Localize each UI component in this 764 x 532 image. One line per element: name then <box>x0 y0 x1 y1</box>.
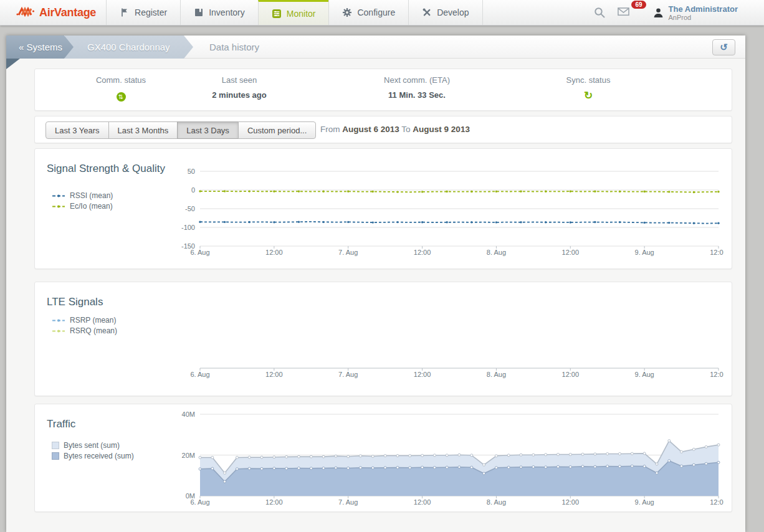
legend-item-rssi-mean[interactable]: RSSI (mean) <box>52 190 113 201</box>
svg-text:6. Aug: 6. Aug <box>190 498 209 506</box>
user-name: The Administrator <box>669 4 738 14</box>
tab-configure[interactable]: Configure <box>328 0 408 25</box>
svg-text:20M: 20M <box>182 452 195 459</box>
legend-item-rsrp-mean[interactable]: RSRP (mean) <box>52 315 117 325</box>
tab-label: Monitor <box>287 9 316 19</box>
inventory-icon <box>194 7 204 17</box>
user-icon <box>653 7 664 18</box>
traffic-chart: 40M20M0M6. Aug12:007. Aug12:008. Aug12:0… <box>169 409 723 509</box>
svg-text:12:00: 12:00 <box>265 371 283 378</box>
gear-icon <box>342 7 352 17</box>
period-button-last-3-days[interactable]: Last 3 Days <box>177 121 239 139</box>
svg-text:0: 0 <box>191 186 195 194</box>
svg-text:12:00: 12:00 <box>265 249 283 256</box>
comm-status-ok-icon: ⇅ <box>117 92 126 102</box>
legend-line-marker <box>52 190 65 201</box>
legend-item-ec-io-mean[interactable]: Ec/Io (mean) <box>52 201 113 211</box>
ribbon-fold <box>6 59 20 69</box>
svg-text:6. Aug: 6. Aug <box>190 371 209 378</box>
from-date: August 6 2013 <box>342 125 399 134</box>
from-label: From <box>320 125 340 134</box>
svg-text:8. Aug: 8. Aug <box>487 498 506 506</box>
top-navbar: AirVantage RegisterInventoryMonitorConfi… <box>0 0 764 26</box>
svg-text:9. Aug: 9. Aug <box>635 249 654 256</box>
sync-status-ok-icon: ↻ <box>584 91 593 100</box>
legend-label: RSRQ (mean) <box>70 326 117 335</box>
breadcrumb: « Systems GX400 Chardonnay Data history … <box>6 36 745 59</box>
lte-signals-chart-panel: LTE Signals RSRP (mean)RSRQ (mean) 6. Au… <box>34 282 732 396</box>
status-next-comm-eta-: Next comm. (ETA)11 Min. 33 Sec. <box>314 75 520 100</box>
status-comm-status: Comm. status⇅ <box>59 75 183 102</box>
breadcrumb-systems[interactable]: « Systems <box>6 36 74 59</box>
content-sheet: « Systems GX400 Chardonnay Data history … <box>6 36 745 532</box>
svg-text:12:00: 12:00 <box>710 498 723 506</box>
status-label: Next comm. (ETA) <box>314 75 520 85</box>
svg-text:8. Aug: 8. Aug <box>487 371 506 378</box>
svg-text:6. Aug: 6. Aug <box>190 249 209 256</box>
tab-register[interactable]: Register <box>106 0 180 25</box>
tab-develop[interactable]: Develop <box>408 0 482 25</box>
chart-title: Traffic <box>47 418 75 430</box>
period-button-last-3-years[interactable]: Last 3 Years <box>45 121 109 139</box>
tools-icon <box>422 7 432 17</box>
svg-text:12:00: 12:00 <box>710 371 723 378</box>
date-range-text: From August 6 2013 To August 9 2013 <box>320 125 470 134</box>
tab-label: Develop <box>437 7 469 17</box>
legend-line-marker <box>52 201 65 212</box>
airvantage-logo-icon <box>16 5 35 20</box>
device-status-panel: Comm. status⇅Last seen2 minutes agoNext … <box>34 69 732 111</box>
svg-text:-50: -50 <box>185 205 195 212</box>
svg-text:50: 50 <box>188 168 195 175</box>
status-label: Last seen <box>177 75 302 85</box>
legend-line-marker <box>52 325 65 336</box>
svg-text:12:00: 12:00 <box>562 249 580 256</box>
search-icon[interactable] <box>594 7 606 19</box>
back-undo-button[interactable]: ↺ <box>712 39 735 55</box>
brand-name: AirVantage <box>39 6 96 19</box>
status-value: 2 minutes ago <box>177 90 302 100</box>
tab-label: Configure <box>357 7 395 17</box>
svg-text:8. Aug: 8. Aug <box>487 249 506 256</box>
svg-text:12:00: 12:00 <box>562 498 580 506</box>
legend-label: RSRP (mean) <box>70 316 116 325</box>
time-period-panel: Last 3 YearsLast 3 MonthsLast 3 DaysCust… <box>34 116 732 143</box>
tab-label: Register <box>135 7 167 17</box>
period-button-last-3-months[interactable]: Last 3 Months <box>108 121 178 139</box>
user-menu[interactable]: The Administrator AnProd <box>653 4 738 21</box>
traffic-chart-panel: Traffic Bytes sent (sum)Bytes received (… <box>34 404 732 512</box>
status-sync-status: Sync. status↻ <box>513 75 663 102</box>
svg-text:12:00: 12:00 <box>562 371 580 378</box>
svg-text:12:00: 12:00 <box>265 498 283 506</box>
svg-text:7. Aug: 7. Aug <box>338 498 358 506</box>
mail-icon[interactable] <box>618 7 629 19</box>
svg-text:12:00: 12:00 <box>414 249 431 256</box>
svg-text:40M: 40M <box>182 411 195 418</box>
breadcrumb-current-page: Data history <box>209 36 259 59</box>
status-last-seen: Last seen2 minutes ago <box>177 75 302 100</box>
legend-label: Bytes sent (sum) <box>64 441 120 450</box>
period-button-custom-period[interactable]: Custom period... <box>238 121 316 139</box>
svg-text:12:00: 12:00 <box>414 498 431 506</box>
legend-item-rsrq-mean[interactable]: RSRQ (mean) <box>52 325 117 336</box>
legend-area-swatch <box>52 452 59 460</box>
legend-area-swatch <box>52 442 59 449</box>
tab-monitor[interactable]: Monitor <box>258 0 329 25</box>
svg-text:12:00: 12:00 <box>414 371 431 378</box>
signal-strength-chart: 500-50-100-1506. Aug12:007. Aug12:008. A… <box>169 159 723 259</box>
legend-item-bytes-sent-sum[interactable]: Bytes sent (sum) <box>52 440 134 450</box>
signal-strength-chart-panel: Signal Strength & Quality RSSI (mean)Ec/… <box>34 148 732 269</box>
chart-title: Signal Strength & Quality <box>47 163 165 175</box>
breadcrumb-device[interactable]: GX400 Chardonnay <box>65 36 193 59</box>
brand-logo[interactable]: AirVantage <box>0 0 106 25</box>
svg-text:7. Aug: 7. Aug <box>338 249 358 256</box>
undo-icon: ↺ <box>720 42 728 52</box>
monitor-icon <box>272 9 282 19</box>
to-date: August 9 2013 <box>413 125 470 134</box>
lte-signals-chart: 6. Aug12:007. Aug12:008. Aug12:009. Aug1… <box>169 292 723 386</box>
legend-line-marker <box>52 315 65 326</box>
legend-item-bytes-received-sum[interactable]: Bytes received (sum) <box>52 450 134 461</box>
svg-text:9. Aug: 9. Aug <box>635 371 654 378</box>
status-value: 11 Min. 33 Sec. <box>314 90 520 100</box>
tab-inventory[interactable]: Inventory <box>180 0 258 25</box>
chart-legend: RSRP (mean)RSRQ (mean) <box>52 315 117 336</box>
